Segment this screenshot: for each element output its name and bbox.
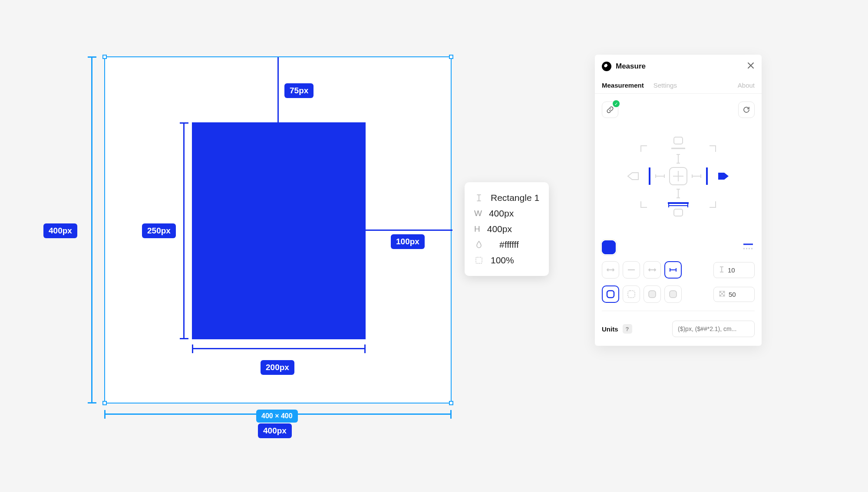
separator [602, 311, 755, 311]
fill-style-options [602, 285, 682, 303]
units-input[interactable] [672, 321, 755, 337]
svg-rect-33 [628, 291, 635, 298]
popover-row-height: H 400px [474, 221, 539, 237]
frame-width-guide-cap [450, 410, 452, 419]
placement-diagram [595, 120, 762, 237]
panel-title: Measure [616, 62, 646, 71]
popover-row-width: W 400px [474, 206, 539, 221]
popover-width: 400px [489, 208, 514, 219]
color-swatch[interactable] [602, 240, 616, 254]
svg-rect-39 [721, 293, 723, 295]
height-key: H [474, 224, 480, 234]
svg-rect-37 [719, 291, 721, 293]
plugin-logo-icon [602, 62, 611, 71]
svg-rect-34 [649, 291, 656, 298]
status-dot-icon: ✓ [613, 100, 620, 107]
tab-settings[interactable]: Settings [653, 82, 677, 89]
fill-style-fill-dashed[interactable] [664, 285, 682, 303]
cap-style-options [602, 261, 682, 279]
frame-width-guide-cap [104, 410, 106, 419]
canvas[interactable]: 75px 100px 250px 200px 400px 400px 400 ×… [104, 56, 452, 403]
stroke-width-input[interactable]: 10 [713, 262, 755, 278]
layer-info-popover: Rectangle 1 W 400px H 400px #ffffff 100% [465, 182, 549, 276]
text-cursor-icon [474, 194, 484, 202]
line-style-toggle[interactable] [742, 241, 755, 254]
popover-height: 400px [487, 224, 512, 234]
popover-name: Rectangle 1 [491, 193, 539, 203]
cap-style-standard[interactable] [623, 261, 640, 279]
refresh-icon [743, 106, 750, 114]
units-label: Units [602, 325, 618, 333]
inner-rectangle[interactable] [192, 122, 366, 339]
frame-height-badge: 400px [43, 223, 77, 238]
stroke-width-icon [719, 266, 724, 274]
fill-style-dashed[interactable] [623, 285, 640, 303]
opacity-input[interactable]: 50 [713, 287, 755, 302]
inner-height-guide [183, 122, 185, 339]
resize-handle-bottom-right[interactable] [449, 401, 453, 405]
spacing-guide-right [366, 230, 452, 231]
spacing-guide-top [277, 57, 279, 122]
spacing-badge-right: 100px [391, 234, 425, 249]
tab-about[interactable]: About [738, 82, 755, 89]
selection-size-badge: 400 × 400 [256, 410, 298, 423]
cap-style-arrow[interactable] [644, 261, 661, 279]
cap-style-bar[interactable] [664, 261, 682, 279]
units-help-button[interactable]: ? [623, 324, 632, 334]
popover-opacity: 100% [491, 255, 514, 266]
droplet-icon [474, 241, 484, 249]
popover-row-opacity: 100% [474, 253, 539, 268]
stroke-width-value: 10 [728, 266, 735, 274]
inner-height-badge: 250px [142, 223, 176, 238]
inner-width-badge: 200px [261, 360, 294, 375]
opacity-icon [474, 256, 484, 264]
close-button[interactable] [747, 61, 755, 72]
refresh-button[interactable] [738, 102, 755, 118]
inner-width-guide [192, 348, 366, 349]
frame-height-guide-cap [88, 402, 96, 403]
link-icon [606, 106, 614, 114]
panel-tabs: Measurement Settings About [595, 77, 762, 94]
popover-row-color: #ffffff [474, 237, 539, 253]
inner-height-guide-cap [180, 338, 188, 339]
panel-header: Measure [595, 55, 762, 77]
resize-handle-top-right[interactable] [449, 55, 453, 59]
resize-handle-top-left[interactable] [102, 55, 107, 59]
svg-rect-0 [476, 257, 482, 263]
detach-button[interactable]: ✓ [602, 102, 618, 118]
opacity-field-icon [719, 291, 725, 298]
inner-height-guide-cap [180, 122, 188, 124]
frame-height-guide-cap [88, 56, 96, 58]
inner-width-guide-cap [364, 344, 366, 353]
svg-rect-2 [674, 209, 683, 216]
measure-plugin-panel: Measure Measurement Settings About ✓ [595, 55, 762, 346]
svg-rect-32 [607, 291, 614, 298]
spacing-badge-top: 75px [284, 83, 314, 98]
opacity-value: 50 [729, 291, 736, 298]
popover-row-name: Rectangle 1 [474, 190, 539, 206]
tab-measurement[interactable]: Measurement [602, 82, 644, 89]
svg-rect-38 [723, 291, 725, 293]
popover-color: #ffffff [499, 239, 519, 250]
frame-height-guide [91, 56, 92, 403]
frame-width-badge: 400px [258, 423, 292, 438]
cap-style-none[interactable] [602, 261, 619, 279]
inner-width-guide-cap [192, 344, 193, 353]
svg-rect-40 [719, 295, 721, 296]
width-key: W [474, 209, 482, 218]
fill-style-stroke[interactable] [602, 285, 619, 303]
fill-style-fill[interactable] [644, 285, 661, 303]
svg-rect-35 [670, 291, 677, 298]
svg-rect-41 [723, 295, 725, 296]
resize-handle-bottom-left[interactable] [102, 401, 107, 405]
svg-rect-1 [674, 137, 683, 144]
